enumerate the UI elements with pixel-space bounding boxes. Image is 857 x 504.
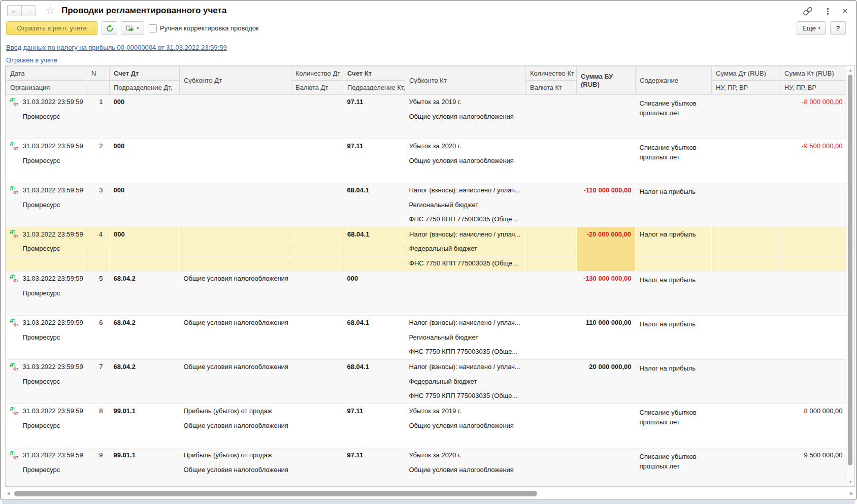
content-cell[interactable]: Налог на прибыль	[636, 272, 712, 316]
account-kt-cell[interactable]: 68.04.1	[343, 360, 405, 404]
subconto-kt-cell[interactable]: Убыток за 2019 г.Общие условия налогообл…	[405, 95, 526, 139]
sum-dt-cell[interactable]	[712, 227, 780, 272]
vertical-scrollbar[interactable]: ▲ ▼	[846, 66, 854, 486]
col-header-nu-pr-vr-dt[interactable]: НУ, ПР, ВР	[712, 81, 780, 95]
sum-bu-cell[interactable]	[577, 95, 636, 139]
manual-adjustment-label[interactable]: Ручная корректировка проводок	[160, 24, 259, 32]
col-header-subconto-dt[interactable]: Субконто Дт	[180, 66, 291, 95]
sum-bu-cell[interactable]	[577, 404, 636, 448]
date-cell[interactable]: ДтКт31.03.2022 23:59:59Промресурс	[6, 139, 87, 183]
account-dt-cell[interactable]: 68.04.2	[110, 272, 180, 316]
sum-kt-cell[interactable]	[780, 316, 847, 360]
sum-dt-cell[interactable]	[712, 95, 780, 139]
content-cell[interactable]: Налог на прибыль	[636, 183, 712, 227]
sum-kt-cell[interactable]	[780, 360, 847, 404]
document-link[interactable]: Ввод данных по налогу на прибыль 00-0000…	[6, 44, 227, 51]
sum-bu-cell[interactable]: 20 000 000,00	[577, 360, 636, 404]
date-cell[interactable]: ДтКт31.03.2022 23:59:59Промресурс	[6, 227, 87, 272]
table-row[interactable]: ДтКт31.03.2022 23:59:59Промресурс899.01.…	[6, 404, 847, 448]
subconto-kt-cell[interactable]: Налог (взносы): начислено / уплач...Реги…	[405, 316, 526, 360]
subconto-dt-cell[interactable]: Общие условия налогообложения	[180, 360, 291, 404]
sum-kt-cell[interactable]	[780, 227, 847, 272]
close-icon[interactable]: ✕	[842, 7, 848, 15]
account-dt-cell[interactable]: 000	[110, 139, 180, 183]
account-dt-cell[interactable]: 68.04.2	[110, 316, 180, 360]
help-button[interactable]: ?	[830, 21, 846, 35]
sum-dt-cell[interactable]	[712, 404, 780, 448]
col-header-quantity-dt[interactable]: Количество Дт	[291, 66, 343, 81]
col-header-sum-kt[interactable]: Сумма Кт (RUB)	[780, 66, 847, 81]
subconto-kt-cell[interactable]: Убыток за 2020 г.Общие условия налогообл…	[405, 448, 526, 487]
col-header-content[interactable]: Содержание	[636, 66, 712, 95]
row-number-cell[interactable]: 2	[87, 139, 110, 183]
row-number-cell[interactable]: 9	[87, 448, 110, 487]
table-row[interactable]: ДтКт31.03.2022 23:59:59Промресурс100097.…	[6, 95, 847, 139]
subconto-kt-cell[interactable]: Убыток за 2019 г.Общие условия налогообл…	[405, 404, 526, 448]
sum-dt-cell[interactable]	[712, 316, 780, 360]
vertical-scrollbar-thumb[interactable]	[848, 75, 852, 465]
content-cell[interactable]: Списание убытков прошлых лет	[636, 95, 712, 139]
col-header-currency-dt[interactable]: Валюта Дт	[291, 81, 343, 95]
sum-dt-cell[interactable]	[712, 448, 780, 487]
sum-dt-cell[interactable]	[712, 183, 780, 227]
quantity-dt-cell[interactable]	[291, 360, 343, 404]
sum-bu-cell[interactable]: 110 000 000,00	[577, 316, 636, 360]
quantity-kt-cell[interactable]	[526, 227, 577, 272]
sum-bu-cell[interactable]: -130 000 000,00	[577, 272, 636, 316]
row-number-cell[interactable]: 5	[87, 272, 110, 316]
quantity-kt-cell[interactable]	[526, 183, 577, 227]
quantity-kt-cell[interactable]	[526, 95, 577, 139]
quantity-dt-cell[interactable]	[291, 448, 343, 487]
account-dt-cell[interactable]: 000	[110, 227, 180, 272]
sum-bu-cell[interactable]	[577, 139, 636, 183]
sum-dt-cell[interactable]	[712, 272, 780, 316]
sum-dt-cell[interactable]	[712, 360, 780, 404]
table-row[interactable]: ДтКт31.03.2022 23:59:59Промресурс999.01.…	[6, 448, 847, 487]
col-header-n-sub[interactable]	[87, 81, 110, 95]
subconto-dt-cell[interactable]	[180, 139, 291, 183]
account-dt-cell[interactable]: 000	[110, 183, 180, 227]
reflect-in-accounting-button[interactable]: Отразить в регл. учете	[6, 21, 97, 35]
col-header-sum-bu[interactable]: Сумма БУ (RUB)	[577, 66, 636, 95]
refresh-button[interactable]	[102, 21, 117, 35]
subconto-dt-cell[interactable]: Прибыль (убыток) от продажОбщие условия …	[180, 404, 291, 448]
quantity-kt-cell[interactable]	[526, 448, 577, 487]
scroll-down-icon[interactable]: ▼	[846, 480, 854, 484]
content-cell[interactable]: Списание убытков прошлых лет	[636, 139, 712, 183]
col-header-currency-kt[interactable]: Валюта Кт	[526, 81, 577, 95]
subconto-dt-cell[interactable]	[180, 227, 291, 272]
col-header-quantity-kt[interactable]: Количество Кт	[526, 66, 577, 81]
quantity-dt-cell[interactable]	[291, 139, 343, 183]
subconto-kt-cell[interactable]	[405, 272, 526, 316]
col-header-account-dt[interactable]: Счет Дт	[110, 66, 180, 81]
quantity-dt-cell[interactable]	[291, 272, 343, 316]
forward-button[interactable]: →	[21, 5, 36, 16]
date-cell[interactable]: ДтКт31.03.2022 23:59:59Промресурс	[6, 272, 87, 316]
subconto-dt-cell[interactable]: Прибыль (убыток) от продажОбщие условия …	[180, 448, 291, 487]
back-button[interactable]: ←	[7, 5, 22, 16]
sum-bu-cell[interactable]	[577, 448, 636, 487]
quantity-dt-cell[interactable]	[291, 95, 343, 139]
col-header-organization[interactable]: Организация	[6, 81, 87, 95]
date-cell[interactable]: ДтКт31.03.2022 23:59:59Промресурс	[6, 448, 87, 487]
col-header-nu-pr-vr-kt[interactable]: НУ, ПР, ВР	[780, 81, 847, 95]
sum-kt-cell[interactable]	[780, 183, 847, 227]
content-cell[interactable]: Списание убытков прошлых лет	[636, 404, 712, 448]
table-row[interactable]: ДтКт31.03.2022 23:59:59Промресурс768.04.…	[6, 360, 847, 404]
account-dt-cell[interactable]: 99.01.1	[110, 448, 180, 487]
sum-kt-cell[interactable]: 8 000 000,00	[780, 404, 847, 448]
sum-bu-cell[interactable]: -110 000 000,00	[577, 183, 636, 227]
get-link-icon[interactable]	[802, 6, 813, 16]
account-kt-cell[interactable]: 97.11	[343, 95, 405, 139]
horizontal-scrollbar[interactable]: ◄ ►	[5, 490, 855, 497]
table-row[interactable]: ДтКт31.03.2022 23:59:59Промресурс200097.…	[6, 139, 847, 183]
sum-kt-cell[interactable]	[780, 272, 847, 316]
quantity-kt-cell[interactable]	[526, 139, 577, 183]
account-kt-cell[interactable]: 68.04.1	[343, 316, 405, 360]
subconto-dt-cell[interactable]: Общие условия налогообложения	[180, 272, 291, 316]
quantity-dt-cell[interactable]	[291, 227, 343, 272]
row-number-cell[interactable]: 6	[87, 316, 110, 360]
account-kt-cell[interactable]: 97.11	[343, 139, 405, 183]
quantity-dt-cell[interactable]	[291, 404, 343, 448]
date-cell[interactable]: ДтКт31.03.2022 23:59:59Промресурс	[6, 183, 87, 227]
